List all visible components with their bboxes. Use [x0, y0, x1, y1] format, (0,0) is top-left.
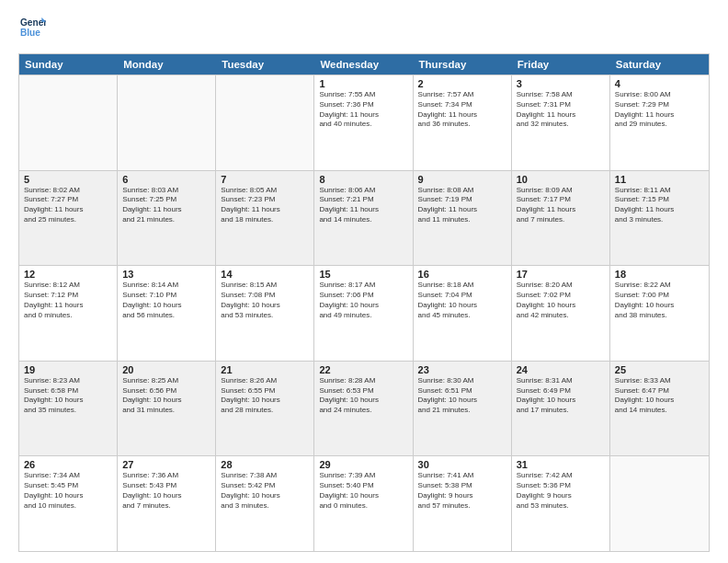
- day-number: 23: [418, 364, 506, 375]
- calendar-row: 5Sunrise: 8:02 AMSunset: 7:27 PMDaylight…: [19, 170, 709, 266]
- weekday-header: Sunday: [19, 54, 118, 75]
- cell-line: Daylight: 9 hours: [517, 491, 605, 501]
- cell-line: Sunrise: 7:58 AM: [517, 90, 605, 100]
- day-number: 8: [319, 174, 407, 185]
- cell-line: Sunset: 6:51 PM: [418, 386, 506, 396]
- cell-line: Sunset: 5:42 PM: [221, 481, 309, 491]
- cell-line: and 53 minutes.: [221, 311, 309, 321]
- calendar-cell: 17Sunrise: 8:20 AMSunset: 7:02 PMDayligh…: [512, 266, 610, 361]
- cell-line: Sunset: 7:02 PM: [517, 291, 605, 301]
- cell-line: Daylight: 11 hours: [615, 205, 704, 215]
- cell-line: Sunset: 5:36 PM: [517, 481, 605, 491]
- cell-line: Sunrise: 8:33 AM: [615, 376, 704, 386]
- logo-icon: General Blue: [20, 15, 46, 40]
- cell-line: Daylight: 10 hours: [615, 396, 704, 406]
- weekday-header: Tuesday: [216, 54, 314, 75]
- calendar-cell: [118, 75, 216, 170]
- cell-line: Daylight: 10 hours: [418, 301, 506, 311]
- cell-line: Sunset: 7:00 PM: [615, 291, 704, 301]
- cell-line: Daylight: 10 hours: [122, 491, 210, 501]
- cell-line: Sunrise: 8:08 AM: [418, 186, 506, 196]
- cell-line: and 3 minutes.: [615, 215, 704, 225]
- cell-line: Sunset: 7:36 PM: [319, 100, 407, 110]
- header: General Blue: [18, 15, 710, 44]
- cell-line: Sunset: 7:08 PM: [221, 291, 309, 301]
- calendar-cell: 11Sunrise: 8:11 AMSunset: 7:15 PMDayligh…: [610, 171, 709, 266]
- cell-line: Daylight: 9 hours: [418, 491, 506, 501]
- calendar-cell: 22Sunrise: 8:28 AMSunset: 6:53 PMDayligh…: [314, 362, 413, 456]
- cell-line: Sunset: 5:45 PM: [24, 481, 112, 491]
- day-number: 4: [615, 78, 704, 89]
- calendar-cell: 28Sunrise: 7:38 AMSunset: 5:42 PMDayligh…: [216, 456, 314, 551]
- day-number: 2: [418, 78, 506, 89]
- cell-line: Daylight: 10 hours: [319, 301, 407, 311]
- cell-line: Sunset: 6:56 PM: [122, 386, 210, 396]
- calendar-header: SundayMondayTuesdayWednesdayThursdayFrid…: [19, 54, 709, 75]
- cell-line: Sunset: 7:31 PM: [517, 100, 605, 110]
- calendar-cell: 10Sunrise: 8:09 AMSunset: 7:17 PMDayligh…: [512, 171, 610, 266]
- calendar-cell: 30Sunrise: 7:41 AMSunset: 5:38 PMDayligh…: [414, 456, 512, 551]
- cell-line: Sunset: 7:29 PM: [615, 100, 704, 110]
- weekday-header: Wednesday: [314, 54, 413, 75]
- day-number: 27: [122, 459, 210, 470]
- cell-line: Daylight: 11 hours: [24, 205, 112, 215]
- cell-line: Sunset: 7:21 PM: [319, 195, 407, 205]
- cell-line: Sunset: 5:40 PM: [319, 481, 407, 491]
- cell-line: Sunrise: 7:57 AM: [418, 90, 506, 100]
- calendar-cell: 31Sunrise: 7:42 AMSunset: 5:36 PMDayligh…: [512, 456, 610, 551]
- cell-line: and 40 minutes.: [319, 120, 407, 130]
- cell-line: and 53 minutes.: [517, 501, 605, 511]
- day-number: 19: [24, 364, 112, 375]
- calendar-cell: 3Sunrise: 7:58 AMSunset: 7:31 PMDaylight…: [512, 75, 610, 170]
- cell-line: Sunrise: 8:03 AM: [122, 186, 210, 196]
- calendar-cell: 24Sunrise: 8:31 AMSunset: 6:49 PMDayligh…: [512, 362, 610, 456]
- cell-line: Sunset: 6:53 PM: [319, 386, 407, 396]
- cell-line: Sunrise: 8:14 AM: [122, 281, 210, 291]
- cell-line: Sunrise: 8:02 AM: [24, 186, 112, 196]
- day-number: 5: [24, 174, 112, 185]
- calendar-cell: 19Sunrise: 8:23 AMSunset: 6:58 PMDayligh…: [19, 362, 118, 456]
- calendar-cell: [610, 456, 709, 551]
- cell-line: Daylight: 10 hours: [319, 396, 407, 406]
- cell-line: Sunrise: 7:42 AM: [517, 471, 605, 481]
- cell-line: Sunset: 7:06 PM: [319, 291, 407, 301]
- cell-line: and 36 minutes.: [418, 120, 506, 130]
- day-number: 31: [517, 459, 605, 470]
- cell-line: and 14 minutes.: [615, 406, 704, 416]
- cell-line: Sunset: 6:55 PM: [221, 386, 309, 396]
- calendar-cell: 27Sunrise: 7:36 AMSunset: 5:43 PMDayligh…: [118, 456, 216, 551]
- cell-line: Sunrise: 8:26 AM: [221, 376, 309, 386]
- cell-line: and 7 minutes.: [517, 215, 605, 225]
- cell-line: Sunset: 7:25 PM: [122, 195, 210, 205]
- cell-line: Daylight: 11 hours: [418, 205, 506, 215]
- cell-line: Sunrise: 8:25 AM: [122, 376, 210, 386]
- cell-line: Daylight: 10 hours: [517, 301, 605, 311]
- cell-line: Daylight: 10 hours: [122, 301, 210, 311]
- calendar-cell: 6Sunrise: 8:03 AMSunset: 7:25 PMDaylight…: [118, 171, 216, 266]
- day-number: 15: [319, 269, 407, 280]
- day-number: 7: [221, 174, 309, 185]
- cell-line: Sunrise: 7:38 AM: [221, 471, 309, 481]
- cell-line: and 18 minutes.: [221, 215, 309, 225]
- day-number: 25: [615, 364, 704, 375]
- day-number: 29: [319, 459, 407, 470]
- cell-line: Daylight: 10 hours: [319, 491, 407, 501]
- cell-line: Daylight: 10 hours: [517, 396, 605, 406]
- calendar-cell: 8Sunrise: 8:06 AMSunset: 7:21 PMDaylight…: [314, 171, 413, 266]
- cell-line: and 7 minutes.: [122, 501, 210, 511]
- cell-line: Sunrise: 8:09 AM: [517, 186, 605, 196]
- day-number: 12: [24, 269, 112, 280]
- day-number: 26: [24, 459, 112, 470]
- calendar-cell: 16Sunrise: 8:18 AMSunset: 7:04 PMDayligh…: [414, 266, 512, 361]
- cell-line: Sunrise: 7:36 AM: [122, 471, 210, 481]
- day-number: 14: [221, 269, 309, 280]
- day-number: 22: [319, 364, 407, 375]
- cell-line: and 31 minutes.: [122, 406, 210, 416]
- svg-text:Blue: Blue: [20, 28, 40, 38]
- cell-line: and 57 minutes.: [418, 501, 506, 511]
- calendar-cell: [19, 75, 118, 170]
- weekday-header: Friday: [512, 54, 610, 75]
- cell-line: Sunset: 7:04 PM: [418, 291, 506, 301]
- cell-line: Daylight: 11 hours: [615, 110, 704, 121]
- day-number: 30: [418, 459, 506, 470]
